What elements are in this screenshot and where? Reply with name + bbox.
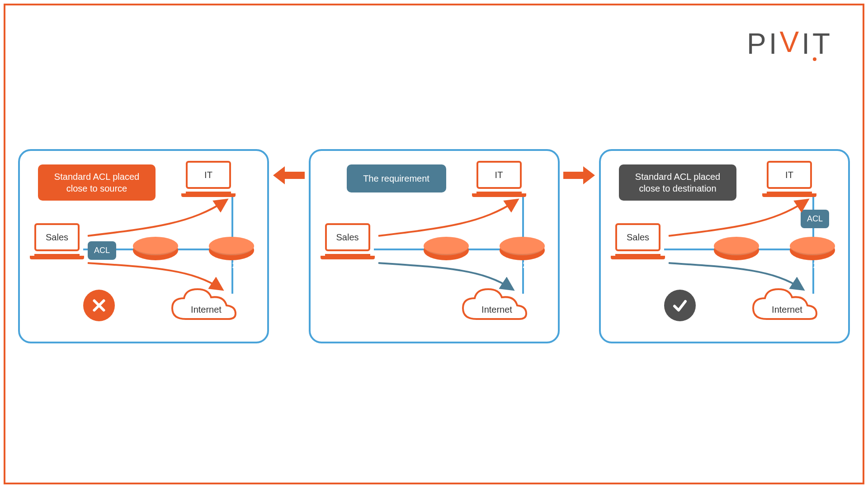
title-text: Standard ACL placed close to destination xyxy=(628,171,727,194)
cloud-internet: Internet xyxy=(458,287,535,328)
laptop-sales-label: Sales xyxy=(46,232,68,243)
cloud-label: Internet xyxy=(772,305,802,314)
laptop-sales-label: Sales xyxy=(627,232,649,243)
logo-dot-icon xyxy=(813,57,816,61)
acl-label: ACL xyxy=(94,246,110,255)
title-text: Standard ACL placed close to source xyxy=(47,171,146,194)
logo-t: T xyxy=(812,27,833,61)
laptop-sales: Sales xyxy=(30,223,84,259)
cloud-label: Internet xyxy=(481,305,512,314)
logo-v: V xyxy=(779,25,802,59)
panel-requirement: The requirement R1 R2 IT Sales xyxy=(309,149,560,343)
title-close-to-source: Standard ACL placed close to source xyxy=(38,164,156,201)
panel-close-to-source: Standard ACL placed close to source R1 R… xyxy=(18,149,269,343)
router-r1-label: R1 xyxy=(424,261,469,270)
router-r2-label: R2 xyxy=(209,261,254,270)
laptop-sales-base xyxy=(30,256,84,259)
laptop-sales-label: Sales xyxy=(336,232,359,243)
router-r1: R1 xyxy=(424,240,469,260)
acl-badge: ACL xyxy=(801,210,829,228)
logo: P I V I T xyxy=(747,27,836,61)
laptop-sales: Sales xyxy=(321,223,375,259)
status-wrong-icon xyxy=(83,290,115,321)
title-requirement: The requirement xyxy=(347,164,446,192)
arrow-to-left-icon xyxy=(273,166,305,184)
link-r2-it xyxy=(231,196,233,241)
cloud-internet: Internet xyxy=(168,287,245,328)
logo-i1: I xyxy=(769,27,780,61)
laptop-it-label: IT xyxy=(785,170,793,180)
laptop-it: IT xyxy=(181,161,236,197)
logo-i2: I xyxy=(802,27,812,61)
panel-close-to-destination: Standard ACL placed close to destination… xyxy=(599,149,850,343)
router-r2-label: R2 xyxy=(790,261,835,270)
laptop-it-base xyxy=(181,193,236,197)
laptop-sales-screen: Sales xyxy=(34,223,80,251)
laptop-it-label: IT xyxy=(495,170,503,180)
title-text: The requirement xyxy=(359,173,434,184)
laptop-it-label: IT xyxy=(204,170,212,180)
status-correct-icon xyxy=(664,290,696,321)
acl-label: ACL xyxy=(807,214,823,223)
router-r1: R1 xyxy=(714,240,759,260)
router-r2: R2 xyxy=(790,240,835,260)
router-r2: R2 xyxy=(209,240,254,260)
panels-row: Standard ACL placed close to source R1 R… xyxy=(18,149,850,343)
router-r1: R1 xyxy=(133,240,178,260)
link-r2-it xyxy=(522,196,524,241)
logo-p: P xyxy=(747,27,769,61)
laptop-it: IT xyxy=(762,161,816,197)
arrow-to-right-icon xyxy=(563,166,595,184)
laptop-it: IT xyxy=(472,161,526,197)
laptop-it-screen: IT xyxy=(186,161,231,189)
cloud-label: Internet xyxy=(191,305,222,314)
acl-badge: ACL xyxy=(88,241,116,260)
router-r2: R2 xyxy=(500,240,545,260)
router-r1-label: R1 xyxy=(133,261,178,270)
router-r2-label: R2 xyxy=(500,261,545,270)
title-close-to-destination: Standard ACL placed close to destination xyxy=(619,164,736,201)
laptop-sales: Sales xyxy=(611,223,665,259)
router-r1-label: R1 xyxy=(714,261,759,270)
cloud-internet: Internet xyxy=(749,287,826,328)
